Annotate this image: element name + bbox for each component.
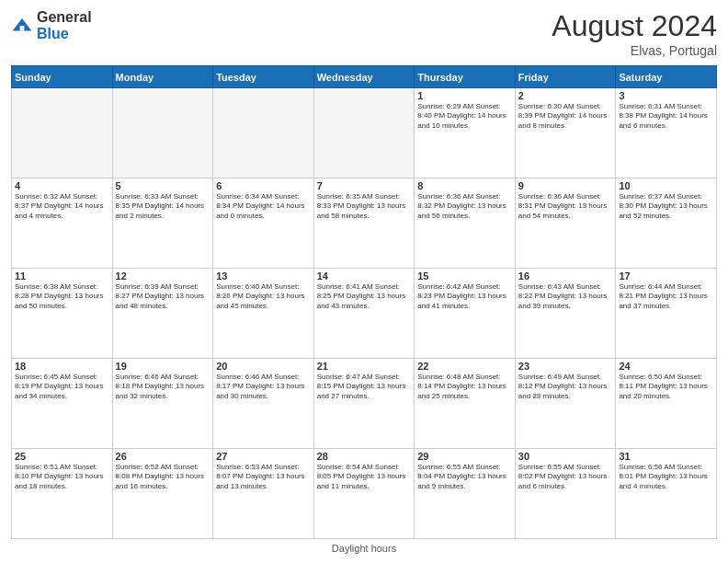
calendar-day-cell: 13Sunrise: 6:40 AM Sunset: 8:26 PM Dayli… <box>213 269 314 359</box>
day-info: Sunrise: 6:43 AM Sunset: 8:22 PM Dayligh… <box>518 282 613 311</box>
calendar-header-row: SundayMondayTuesdayWednesdayThursdayFrid… <box>12 66 717 88</box>
day-info: Sunrise: 6:54 AM Sunset: 8:05 PM Dayligh… <box>317 463 412 491</box>
calendar-header-cell: Friday <box>515 66 616 88</box>
calendar-week-row: 25Sunrise: 6:51 AM Sunset: 8:10 PM Dayli… <box>12 449 717 539</box>
logo-blue: Blue <box>37 26 92 42</box>
calendar-day-cell: 1Sunrise: 6:29 AM Sunset: 8:40 PM Daylig… <box>415 88 516 178</box>
day-info: Sunrise: 6:39 AM Sunset: 8:27 PM Dayligh… <box>116 282 210 311</box>
day-info: Sunrise: 6:41 AM Sunset: 8:25 PM Dayligh… <box>317 282 412 311</box>
day-info: Sunrise: 6:55 AM Sunset: 8:02 PM Dayligh… <box>518 463 613 491</box>
calendar-header-cell: Sunday <box>12 66 113 88</box>
day-info: Sunrise: 6:53 AM Sunset: 8:07 PM Dayligh… <box>216 463 311 491</box>
day-info: Sunrise: 6:45 AM Sunset: 8:19 PM Dayligh… <box>15 373 109 401</box>
calendar-day-cell: 10Sunrise: 6:37 AM Sunset: 8:30 PM Dayli… <box>616 178 717 269</box>
calendar-day-cell: 19Sunrise: 6:46 AM Sunset: 8:18 PM Dayli… <box>112 359 213 449</box>
day-number: 11 <box>15 270 109 282</box>
page-container: General Blue August 2024 Elvas, Portugal… <box>0 0 728 563</box>
day-number: 26 <box>116 451 210 462</box>
calendar-day-cell: 3Sunrise: 6:31 AM Sunset: 8:38 PM Daylig… <box>616 88 717 178</box>
day-number: 2 <box>518 90 613 101</box>
calendar-week-row: 4Sunrise: 6:32 AM Sunset: 8:37 PM Daylig… <box>12 178 717 269</box>
calendar-day-cell: 17Sunrise: 6:44 AM Sunset: 8:21 PM Dayli… <box>616 269 717 359</box>
day-info: Sunrise: 6:40 AM Sunset: 8:26 PM Dayligh… <box>216 282 311 311</box>
day-number: 29 <box>417 451 512 462</box>
calendar-day-cell: 30Sunrise: 6:55 AM Sunset: 8:02 PM Dayli… <box>515 449 616 539</box>
calendar-header-cell: Monday <box>112 66 213 88</box>
calendar-day-cell: 12Sunrise: 6:39 AM Sunset: 8:27 PM Dayli… <box>112 269 213 359</box>
calendar-day-cell: 6Sunrise: 6:34 AM Sunset: 8:34 PM Daylig… <box>213 178 314 269</box>
calendar-day-cell: 18Sunrise: 6:45 AM Sunset: 8:19 PM Dayli… <box>12 359 113 449</box>
day-number: 7 <box>317 180 412 191</box>
day-info: Sunrise: 6:32 AM Sunset: 8:37 PM Dayligh… <box>15 192 109 221</box>
day-info: Sunrise: 6:36 AM Sunset: 8:31 PM Dayligh… <box>518 192 613 221</box>
day-info: Sunrise: 6:46 AM Sunset: 8:18 PM Dayligh… <box>116 373 210 401</box>
day-number: 21 <box>317 361 412 372</box>
day-info: Sunrise: 6:37 AM Sunset: 8:30 PM Dayligh… <box>619 192 713 221</box>
calendar-day-cell: 27Sunrise: 6:53 AM Sunset: 8:07 PM Dayli… <box>213 449 314 539</box>
calendar-day-cell: 22Sunrise: 6:48 AM Sunset: 8:14 PM Dayli… <box>415 359 516 449</box>
calendar-day-cell: 31Sunrise: 6:56 AM Sunset: 8:01 PM Dayli… <box>616 449 717 539</box>
calendar-day-cell: 23Sunrise: 6:49 AM Sunset: 8:12 PM Dayli… <box>515 359 616 449</box>
location: Elvas, Portugal <box>552 43 717 58</box>
day-info: Sunrise: 6:30 AM Sunset: 8:39 PM Dayligh… <box>518 102 613 131</box>
calendar-day-cell: 14Sunrise: 6:41 AM Sunset: 8:25 PM Dayli… <box>313 269 415 359</box>
day-info: Sunrise: 6:31 AM Sunset: 8:38 PM Dayligh… <box>619 102 713 131</box>
calendar-body: 1Sunrise: 6:29 AM Sunset: 8:40 PM Daylig… <box>12 88 717 539</box>
day-number: 6 <box>216 180 311 191</box>
calendar-day-cell: 26Sunrise: 6:52 AM Sunset: 8:08 PM Dayli… <box>112 449 213 539</box>
day-info: Sunrise: 6:29 AM Sunset: 8:40 PM Dayligh… <box>417 102 512 131</box>
title-block: August 2024 Elvas, Portugal <box>552 9 717 58</box>
logo-text: General Blue <box>37 9 92 41</box>
day-number: 16 <box>518 270 613 282</box>
calendar-day-cell: 28Sunrise: 6:54 AM Sunset: 8:05 PM Dayli… <box>313 449 415 539</box>
logo: General Blue <box>11 9 92 41</box>
day-number: 19 <box>116 361 210 372</box>
day-info: Sunrise: 6:34 AM Sunset: 8:34 PM Dayligh… <box>216 192 311 221</box>
day-number: 3 <box>619 90 713 101</box>
calendar-day-cell: 7Sunrise: 6:35 AM Sunset: 8:33 PM Daylig… <box>313 178 415 269</box>
calendar-header-cell: Wednesday <box>313 66 415 88</box>
day-info: Sunrise: 6:42 AM Sunset: 8:23 PM Dayligh… <box>417 282 512 311</box>
day-info: Sunrise: 6:50 AM Sunset: 8:11 PM Dayligh… <box>619 373 713 401</box>
day-number: 18 <box>15 361 109 372</box>
calendar-day-cell: 15Sunrise: 6:42 AM Sunset: 8:23 PM Dayli… <box>415 269 516 359</box>
calendar-day-cell <box>12 88 113 178</box>
daylight-label: Daylight hours <box>332 543 396 554</box>
calendar-day-cell: 29Sunrise: 6:55 AM Sunset: 8:04 PM Dayli… <box>415 449 516 539</box>
day-number: 23 <box>518 361 613 372</box>
calendar-day-cell: 9Sunrise: 6:36 AM Sunset: 8:31 PM Daylig… <box>515 178 616 269</box>
day-info: Sunrise: 6:33 AM Sunset: 8:35 PM Dayligh… <box>116 192 210 221</box>
month-title: August 2024 <box>552 9 717 43</box>
day-info: Sunrise: 6:52 AM Sunset: 8:08 PM Dayligh… <box>116 463 210 491</box>
day-number: 14 <box>317 270 412 282</box>
logo-icon <box>11 15 33 37</box>
calendar-table: SundayMondayTuesdayWednesdayThursdayFrid… <box>11 65 717 539</box>
calendar-day-cell <box>313 88 415 178</box>
calendar-day-cell <box>213 88 314 178</box>
day-number: 24 <box>619 361 713 372</box>
header: General Blue August 2024 Elvas, Portugal <box>11 9 717 58</box>
day-info: Sunrise: 6:35 AM Sunset: 8:33 PM Dayligh… <box>317 192 412 221</box>
day-number: 31 <box>619 451 713 462</box>
calendar-day-cell: 2Sunrise: 6:30 AM Sunset: 8:39 PM Daylig… <box>515 88 616 178</box>
day-number: 1 <box>417 90 512 101</box>
day-number: 15 <box>417 270 512 282</box>
day-number: 13 <box>216 270 311 282</box>
day-number: 9 <box>518 180 613 191</box>
calendar-week-row: 11Sunrise: 6:38 AM Sunset: 8:28 PM Dayli… <box>12 269 717 359</box>
logo-general: General <box>37 9 92 26</box>
calendar-day-cell: 20Sunrise: 6:46 AM Sunset: 8:17 PM Dayli… <box>213 359 314 449</box>
day-number: 10 <box>619 180 713 191</box>
footer: Daylight hours <box>11 543 717 554</box>
svg-rect-1 <box>20 26 25 31</box>
calendar-day-cell: 8Sunrise: 6:36 AM Sunset: 8:32 PM Daylig… <box>415 178 516 269</box>
day-number: 8 <box>417 180 512 191</box>
calendar-day-cell: 21Sunrise: 6:47 AM Sunset: 8:15 PM Dayli… <box>313 359 415 449</box>
day-info: Sunrise: 6:51 AM Sunset: 8:10 PM Dayligh… <box>15 463 109 491</box>
calendar-week-row: 1Sunrise: 6:29 AM Sunset: 8:40 PM Daylig… <box>12 88 717 178</box>
calendar-day-cell: 11Sunrise: 6:38 AM Sunset: 8:28 PM Dayli… <box>12 269 113 359</box>
calendar-day-cell: 16Sunrise: 6:43 AM Sunset: 8:22 PM Dayli… <box>515 269 616 359</box>
day-info: Sunrise: 6:49 AM Sunset: 8:12 PM Dayligh… <box>518 373 613 401</box>
day-number: 25 <box>15 451 109 462</box>
day-info: Sunrise: 6:55 AM Sunset: 8:04 PM Dayligh… <box>417 463 512 491</box>
